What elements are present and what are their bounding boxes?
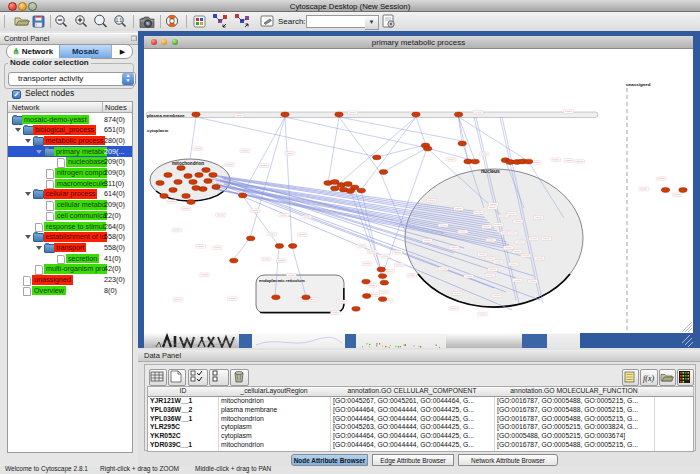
svg-text:f(x): f(x)	[643, 374, 654, 383]
svg-text:plasma membrane: plasma membrane	[147, 113, 185, 118]
svg-text:cytoplasm: cytoplasm	[147, 128, 168, 133]
svg-text:endoplasmic reticulum: endoplasmic reticulum	[259, 278, 305, 283]
svg-text:mitochondrion: mitochondrion	[172, 161, 204, 166]
svg-text:1:1: 1:1	[116, 18, 123, 23]
svg-text:nucleus: nucleus	[481, 168, 500, 174]
svg-text:unassigned: unassigned	[626, 82, 651, 87]
